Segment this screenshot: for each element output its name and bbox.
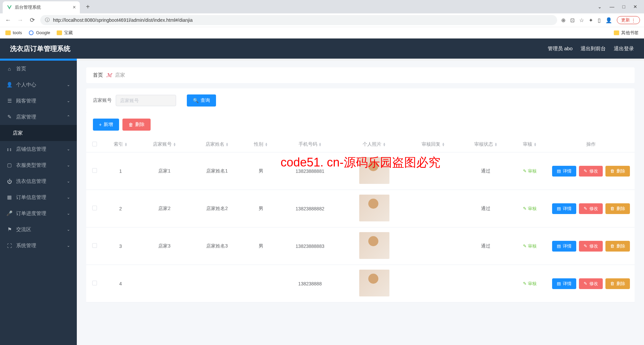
sidebar-item-shop[interactable]: 店家: [0, 125, 77, 141]
sidebar-item-shop-mgmt[interactable]: ✎店家管理⌃: [0, 109, 77, 125]
row-checkbox[interactable]: [92, 168, 97, 173]
doc-icon: ▤: [557, 281, 561, 286]
sidebar-item-store-info[interactable]: ⫾⫾店铺信息管理⌄: [0, 141, 77, 157]
photo-thumbnail[interactable]: [359, 232, 389, 259]
table-row: 1 店家1 店家姓名1 男 13823888881 通过 ✎审核 ▤详情 ✎修改…: [86, 152, 635, 190]
delete-button[interactable]: 🗑删除: [122, 119, 151, 131]
bookmark-tools[interactable]: tools: [5, 30, 22, 35]
sidebar-item-order-info[interactable]: ▦订单信息管理⌄: [0, 189, 77, 205]
col-status[interactable]: 审核状态▲▼: [460, 137, 512, 152]
exit-to-front-button[interactable]: 退出到前台: [581, 46, 606, 52]
cell-reply: [407, 190, 460, 227]
translate-icon[interactable]: ⊡: [570, 17, 575, 23]
audit-link[interactable]: ✎审核: [523, 281, 537, 287]
back-button[interactable]: ←: [4, 17, 12, 24]
sidebar-item-exchange[interactable]: ⚑交流区⌄: [0, 221, 77, 237]
sidebar-item-clothes-type[interactable]: ▢衣服类型管理⌄: [0, 157, 77, 173]
cell-phone: 13823888882: [278, 190, 341, 227]
edit-button[interactable]: ✎修改: [579, 166, 603, 177]
detail-button[interactable]: ▤详情: [552, 241, 576, 252]
breadcrumb-home[interactable]: 首页: [93, 72, 103, 78]
bookmark-treasure[interactable]: 宝藏: [57, 30, 73, 36]
profile-icon[interactable]: 👤: [605, 17, 612, 23]
photo-thumbnail[interactable]: [359, 157, 389, 184]
col-photo[interactable]: 个人照片▲▼: [341, 137, 407, 152]
edit-button[interactable]: ✎修改: [579, 241, 603, 252]
sidebar-item-customer[interactable]: ☰顾客管理⌄: [0, 93, 77, 109]
query-button[interactable]: 🔍 查询: [187, 94, 216, 107]
row-checkbox[interactable]: [92, 206, 97, 210]
audit-link[interactable]: ✎审核: [523, 168, 537, 174]
sidebar-item-order-progress[interactable]: 🎤订单进度管理⌄: [0, 205, 77, 221]
close-icon[interactable]: ×: [73, 4, 76, 10]
close-window-icon[interactable]: ✕: [633, 4, 637, 9]
sidebar-item-home[interactable]: ⌂首页: [0, 61, 77, 77]
sidebar-item-laundry-info[interactable]: ⏻洗衣信息管理⌄: [0, 173, 77, 189]
window-controls: ⌄ — □ ✕: [598, 4, 644, 9]
zoom-icon[interactable]: ⊕: [561, 17, 566, 23]
shop-account-input[interactable]: [116, 95, 176, 106]
row-checkbox[interactable]: [92, 243, 97, 248]
audit-link[interactable]: ✎审核: [523, 206, 537, 212]
cell-name: [191, 265, 244, 302]
logout-button[interactable]: 退出登录: [614, 46, 634, 52]
chevron-down-icon[interactable]: ⌄: [598, 4, 602, 9]
row-delete-button[interactable]: 🗑删除: [605, 166, 630, 177]
col-reply[interactable]: 审核回复▲▼: [407, 137, 460, 152]
new-tab-button[interactable]: +: [83, 3, 93, 11]
row-delete-button[interactable]: 🗑删除: [605, 241, 630, 252]
sort-icon: ▲▼: [383, 142, 386, 146]
cell-photo: [341, 265, 407, 302]
edit-icon: ✎: [523, 244, 527, 249]
chevron-up-icon: ⌃: [67, 115, 70, 119]
cell-index: 4: [103, 265, 138, 302]
detail-button[interactable]: ▤详情: [552, 166, 576, 177]
breadcrumb-current: 店家: [115, 72, 125, 78]
col-gender[interactable]: 性别▲▼: [243, 137, 278, 152]
bookmark-google[interactable]: Google: [29, 30, 50, 36]
reload-button[interactable]: ⟳: [28, 16, 36, 24]
bookmark-other[interactable]: 其他书签: [614, 30, 639, 36]
pencil-icon: ✎: [584, 168, 587, 174]
add-button[interactable]: +新增: [93, 119, 119, 131]
edit-button[interactable]: ✎修改: [579, 203, 603, 214]
photo-thumbnail[interactable]: [359, 270, 389, 296]
edit-button[interactable]: ✎修改: [579, 278, 603, 289]
sort-icon: ▲▼: [494, 142, 497, 146]
col-phone[interactable]: 手机号码▲▼: [278, 137, 341, 152]
side-panel-icon[interactable]: ▯: [598, 17, 601, 23]
update-button[interactable]: 更新⋮: [617, 16, 640, 24]
sidebar-item-system[interactable]: ⛶系统管理⌄: [0, 237, 77, 254]
extensions-icon[interactable]: ✦: [589, 17, 593, 23]
photo-thumbnail[interactable]: [359, 195, 389, 221]
row-delete-button[interactable]: 🗑删除: [605, 278, 630, 289]
maximize-icon[interactable]: □: [623, 4, 625, 9]
detail-button[interactable]: ▤详情: [552, 203, 576, 214]
chevron-down-icon: ⌄: [67, 243, 70, 248]
audit-link[interactable]: ✎审核: [523, 243, 537, 249]
select-all-checkbox[interactable]: [92, 142, 97, 146]
chevron-down-icon: ⌄: [67, 227, 70, 232]
user-label[interactable]: 管理员 abo: [548, 46, 573, 52]
browser-tab[interactable]: 后台管理系统 ×: [3, 1, 80, 13]
pencil-icon: ✎: [584, 206, 587, 211]
svg-point-0: [29, 31, 33, 35]
tab-bar: 后台管理系统 × + ⌄ — □ ✕: [0, 0, 644, 13]
col-index[interactable]: 索引▲▼: [103, 137, 138, 152]
col-name[interactable]: 店家姓名▲▼: [191, 137, 244, 152]
home-icon: ⌂: [7, 66, 12, 72]
star-icon[interactable]: ☆: [579, 17, 584, 23]
cell-name: 店家姓名1: [191, 152, 244, 190]
minimize-icon[interactable]: —: [610, 4, 614, 9]
search-label: 店家账号: [93, 97, 112, 104]
row-checkbox[interactable]: [92, 281, 97, 285]
col-audit[interactable]: 审核▲▼: [512, 137, 547, 152]
cell-status: 通过: [460, 152, 512, 190]
col-account[interactable]: 店家账号▲▼: [138, 137, 191, 152]
table-header-row: 索引▲▼ 店家账号▲▼ 店家姓名▲▼ 性别▲▼ 手机号码▲▼ 个人照片▲▼ 审核…: [86, 137, 635, 152]
sidebar-item-personal[interactable]: 👤个人中心⌄: [0, 77, 77, 93]
cell-name: 店家姓名2: [191, 190, 244, 227]
row-delete-button[interactable]: 🗑删除: [605, 203, 630, 214]
url-input[interactable]: ⓘ http://localhost:8080/springboot4691l/…: [40, 15, 557, 25]
detail-button[interactable]: ▤详情: [552, 278, 576, 289]
